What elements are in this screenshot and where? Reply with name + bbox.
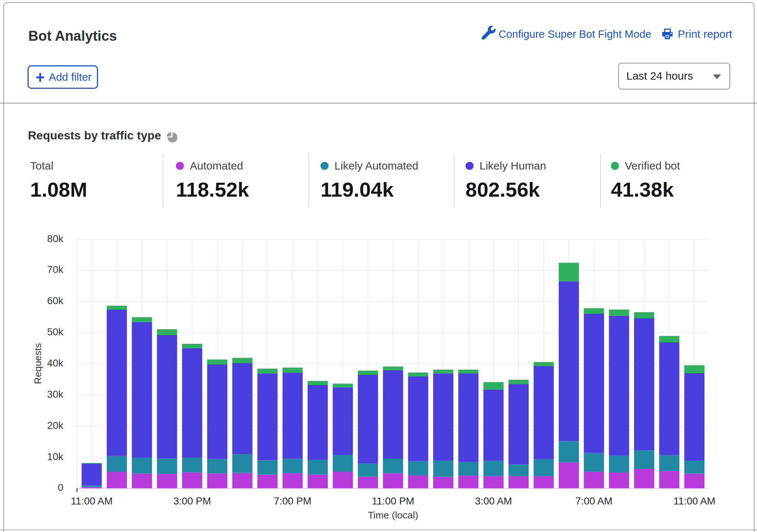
svg-text:0: 0 <box>58 482 63 493</box>
svg-text:20k: 20k <box>47 420 64 431</box>
svg-text:11:00 PM: 11:00 PM <box>372 495 414 507</box>
svg-text:7:00 PM: 7:00 PM <box>274 495 311 507</box>
svg-text:40k: 40k <box>47 357 64 369</box>
svg-text:Requests: Requests <box>32 343 43 384</box>
svg-text:7:00 AM: 7:00 AM <box>575 495 612 507</box>
svg-text:11:00 AM: 11:00 AM <box>71 495 113 507</box>
svg-text:70k: 70k <box>47 264 64 275</box>
svg-text:60k: 60k <box>47 295 64 306</box>
svg-text:30k: 30k <box>47 389 64 400</box>
svg-text:80k: 80k <box>47 233 64 244</box>
svg-text:Time (local): Time (local) <box>368 510 418 521</box>
svg-text:10k: 10k <box>47 451 64 462</box>
svg-text:3:00 PM: 3:00 PM <box>173 495 211 507</box>
svg-text:3:00 AM: 3:00 AM <box>475 495 512 507</box>
svg-text:50k: 50k <box>47 326 64 338</box>
svg-text:11:00 AM: 11:00 AM <box>673 495 715 507</box>
